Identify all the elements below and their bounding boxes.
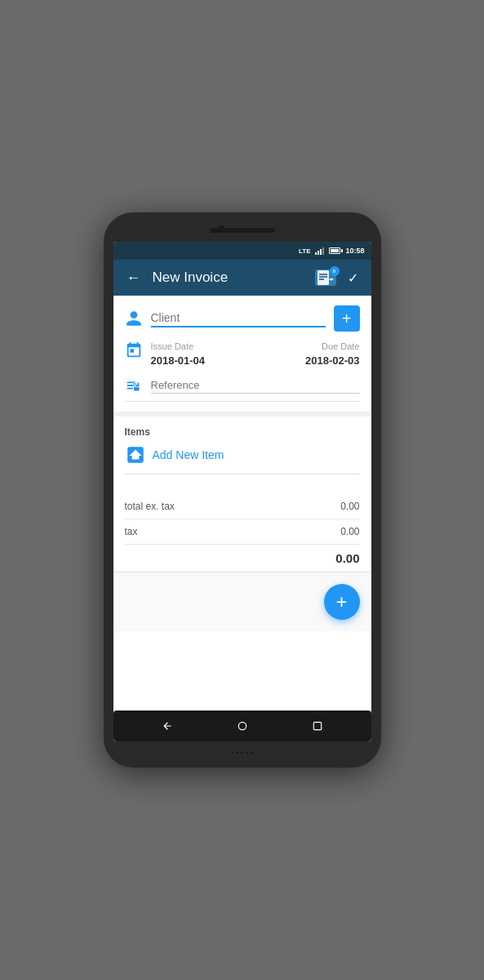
client-icon — [125, 310, 143, 327]
phone-bottom — [113, 746, 371, 758]
date-row: Issue Date Due Date 2018-01-04 2018-02-0… — [125, 341, 360, 367]
reference-row — [125, 376, 360, 402]
main-content: + Issue Date Due Date — [113, 296, 371, 710]
invoice-badge: 0 — [330, 266, 340, 276]
battery-icon — [329, 247, 340, 254]
bottom-section: + — [113, 572, 371, 631]
nav-home-button[interactable] — [235, 719, 250, 733]
client-input[interactable] — [151, 310, 326, 327]
front-camera — [218, 225, 224, 232]
phone-top-bar — [113, 222, 371, 238]
status-bar: LTE 10:58 — [113, 242, 371, 260]
issue-date-value[interactable]: 2018-01-04 — [151, 354, 206, 367]
date-labels-values: Issue Date Due Date 2018-01-04 2018-02-0… — [151, 341, 360, 367]
date-values: 2018-01-04 2018-02-03 — [151, 354, 360, 367]
client-input-wrapper — [151, 310, 326, 327]
form-section: + Issue Date Due Date — [113, 296, 371, 412]
issue-date-label: Issue Date — [151, 341, 194, 351]
signal-icon — [315, 247, 324, 255]
back-button[interactable]: ← — [123, 266, 144, 290]
svg-rect-0 — [317, 270, 329, 285]
svg-rect-5 — [313, 722, 321, 729]
add-new-item-label[interactable]: Add New Item — [153, 448, 224, 461]
add-item-icon — [125, 444, 146, 466]
items-section: Items Add New Item — [113, 416, 371, 494]
status-time: 10:58 — [345, 247, 364, 255]
invoice-icon: 0 — [315, 270, 336, 286]
date-labels: Issue Date Due Date — [151, 341, 360, 351]
total-ex-tax-row: total ex. tax 0.00 — [125, 494, 360, 519]
nav-bar — [113, 710, 371, 742]
nav-recents-button[interactable] — [310, 719, 325, 733]
nav-back-button[interactable] — [160, 719, 175, 733]
add-client-button[interactable]: + — [334, 305, 360, 332]
total-ex-tax-value: 0.00 — [340, 501, 359, 512]
reference-icon — [125, 376, 143, 394]
reference-input[interactable] — [151, 377, 360, 394]
due-date-label: Due Date — [322, 341, 359, 351]
due-date-value[interactable]: 2018-02-03 — [305, 354, 360, 367]
page-title: New Invoice — [153, 270, 307, 286]
tax-value: 0.00 — [340, 526, 359, 537]
lte-indicator: LTE — [299, 247, 311, 255]
phone-shell: LTE 10:58 ← New Invoice — [104, 212, 381, 768]
phone-screen: LTE 10:58 ← New Invoice — [113, 242, 371, 742]
bottom-grille — [231, 751, 253, 754]
grand-total-row: 0.00 — [125, 545, 360, 572]
total-ex-tax-label: total ex. tax — [125, 501, 175, 512]
grand-total-value: 0.00 — [335, 551, 359, 565]
items-section-label: Items — [125, 426, 360, 438]
fab-button[interactable]: + — [324, 584, 360, 620]
svg-point-4 — [238, 722, 246, 729]
totals-section: total ex. tax 0.00 tax 0.00 0.00 — [113, 494, 371, 572]
tax-label: tax — [125, 526, 138, 537]
add-new-item-row[interactable]: Add New Item — [125, 444, 360, 474]
confirm-button[interactable]: ✓ — [344, 267, 362, 289]
app-header: ← New Invoice 0 ✓ — [113, 260, 371, 296]
client-row: + — [125, 305, 360, 332]
tax-row: tax 0.00 — [125, 519, 360, 545]
calendar-icon — [125, 341, 143, 359]
